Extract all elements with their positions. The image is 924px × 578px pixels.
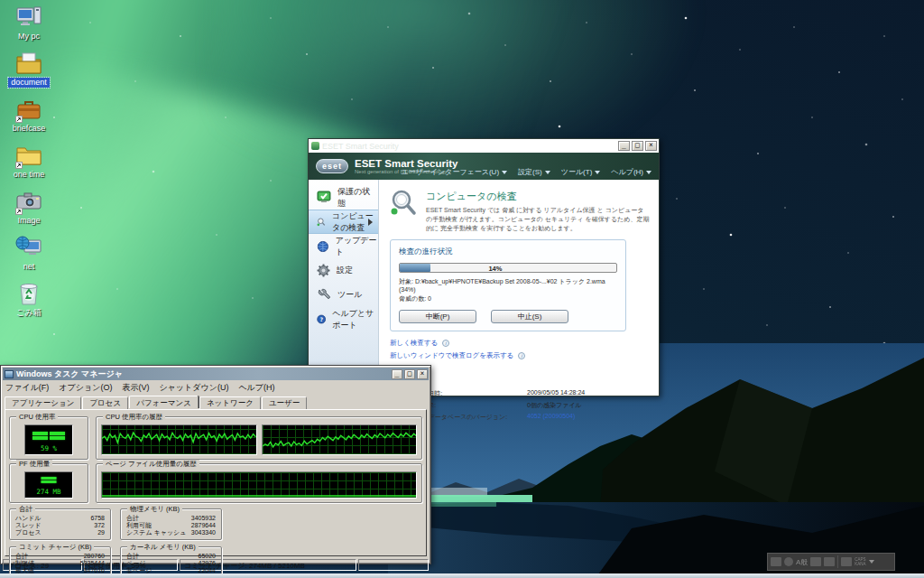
desktop-icon-recycle-bin[interactable]: ごみ箱: [2, 280, 56, 318]
cpu-history-graph-core2: [262, 424, 418, 455]
menu-shutdown[interactable]: シャットダウン(U): [159, 382, 228, 394]
show-scan-log-link[interactable]: 新しいウィンドウで検査ログを表示する: [390, 351, 513, 360]
task-manager-window: Windows タスク マネージャ _ □ × ファイル(F) オプション(O)…: [0, 365, 431, 564]
tab-applications[interactable]: アプリケーション: [5, 396, 81, 409]
desktop-icon-one-time[interactable]: one time: [2, 142, 56, 180]
eset-titlebar[interactable]: ESET Smart Security _ □ ×: [309, 139, 659, 153]
stat-row: プロセス29: [15, 529, 105, 536]
recycle-bin-icon: [14, 280, 43, 307]
tab-performance[interactable]: パフォーマンス: [129, 396, 199, 408]
ime-input-mode[interactable]: A般: [796, 557, 808, 567]
stat-row: 合計65020: [126, 553, 216, 560]
status-filler: [358, 559, 429, 571]
page-file-history-graph: [101, 471, 417, 499]
menu-help[interactable]: ヘルプ(H): [611, 167, 651, 177]
globe-icon: [317, 239, 329, 254]
close-button[interactable]: ×: [417, 369, 428, 379]
pf-usage-value: 274 MB: [25, 488, 72, 496]
sidebar-item-help-support[interactable]: ? ヘルプとサポート: [309, 307, 378, 331]
maximize-button[interactable]: □: [404, 369, 415, 379]
stop-scan-button[interactable]: 中止(S): [491, 310, 568, 323]
icon-label: Image: [14, 216, 42, 226]
desktop-icon-briefcase[interactable]: briefcase: [2, 96, 56, 134]
shortcut-arrow-icon: [15, 162, 23, 169]
menu-settings[interactable]: 設定(S): [518, 167, 550, 177]
icon-label: briefcase: [10, 124, 49, 134]
sidebar-item-tools[interactable]: ツール: [309, 283, 378, 307]
stat-row: システム キャッシュ3043340: [126, 529, 216, 536]
sidebar-item-setup[interactable]: 設定: [309, 258, 378, 283]
gear-icon: [317, 264, 330, 277]
task-manager-menubar: ファイル(F) オプション(O) 表示(V) シャットダウン(U) ヘルプ(H): [1, 380, 430, 395]
sidebar-item-protection-status[interactable]: 保護の状態: [309, 185, 378, 210]
info-icon: i: [518, 352, 525, 359]
performance-tab-page: CPU 使用率 59 % CPU 使用率の履歴: [5, 409, 427, 556]
submenu-arrow-icon: [368, 219, 373, 226]
magnifier-icon: [317, 215, 326, 229]
task-manager-title: Windows タスク マネージャ: [16, 368, 390, 380]
scan-threat-count: 脅威の数: 0: [399, 294, 617, 303]
pf-usage-gauge: 274 MB: [24, 471, 73, 499]
desktop-icon-net[interactable]: net: [2, 234, 56, 272]
minimize-ime-icon[interactable]: [869, 560, 874, 564]
desktop-icon-image[interactable]: Image: [2, 188, 56, 226]
stat-row: ページ42976: [126, 560, 216, 567]
tab-processes[interactable]: プロセス: [82, 396, 128, 409]
chevron-down-icon: [502, 171, 507, 174]
physical-memory-group: 物理メモリ (KB) 合計3405932 利用可能2879644 システム キャ…: [120, 508, 222, 540]
icon-label: net: [21, 262, 38, 272]
cpu-history-graph-core1: [101, 424, 257, 455]
task-manager-titlebar[interactable]: Windows タスク マネージャ _ □ ×: [3, 368, 429, 380]
svg-text:?: ?: [319, 316, 323, 322]
eset-app-icon: [311, 142, 319, 150]
pf-history-group: ページ ファイル使用量の履歴: [96, 463, 422, 503]
palette-icon[interactable]: [824, 557, 835, 566]
camera-icon: [14, 188, 43, 215]
close-button[interactable]: ×: [645, 141, 657, 151]
keyboard-icon[interactable]: [771, 557, 781, 566]
menu-options[interactable]: オプション(O): [59, 382, 112, 394]
scan-progress-fill: [400, 264, 430, 272]
eset-menubar: ユーザーインターフェース(U) 設定(S) ツール(T) ヘルプ(H): [401, 167, 651, 177]
stat-row: 合計3405932: [126, 515, 216, 522]
scan-progress-title: 検査の進行状況: [399, 247, 617, 257]
eset-window-title: ESET Smart Security: [322, 142, 616, 151]
taskbar-edge[interactable]: [0, 573, 924, 578]
stat-row: スレッド372: [15, 522, 105, 529]
sidebar-item-computer-scan[interactable]: コンピュータの検査: [309, 210, 378, 234]
my-computer-icon: [14, 4, 43, 31]
ime-globe-icon[interactable]: [784, 557, 793, 566]
toolbox-icon[interactable]: [841, 557, 852, 566]
icon-label: ごみ箱: [14, 308, 43, 318]
cpu-usage-value: 59 %: [25, 444, 72, 452]
desktop-icon-my-pc[interactable]: My pc: [2, 4, 56, 42]
minimize-button[interactable]: _: [392, 369, 402, 379]
menu-user-interface[interactable]: ユーザーインターフェース(U): [401, 167, 507, 177]
chevron-down-icon: [545, 171, 550, 174]
brush-icon[interactable]: [810, 557, 821, 566]
menu-tools[interactable]: ツール(T): [561, 167, 601, 177]
maximize-button[interactable]: □: [632, 141, 643, 151]
ime-language-bar[interactable]: A般 CAPS KANA: [767, 553, 895, 571]
cpu-history-group: CPU 使用率の履歴: [96, 416, 422, 460]
eset-logo: eset: [316, 159, 348, 173]
stat-row: 制限値5335444: [15, 560, 105, 567]
scan-page-title: コンピュータの検査: [426, 190, 650, 203]
new-scan-link[interactable]: 新しく検査する: [390, 339, 438, 348]
desktop-icon-document[interactable]: document: [2, 50, 56, 88]
folder-icon: [14, 142, 43, 169]
sidebar-item-update[interactable]: アップデート: [309, 234, 378, 258]
icon-label: document: [8, 78, 50, 88]
pause-scan-button[interactable]: 中断(P): [399, 310, 476, 323]
chevron-down-icon: [595, 171, 600, 174]
task-manager-tabs: アプリケーション プロセス パフォーマンス ネットワーク ユーザー: [1, 395, 430, 409]
menu-file[interactable]: ファイル(F): [5, 382, 49, 394]
cpu-usage-gauge: 59 %: [24, 424, 73, 455]
scan-progress-percent: 14%: [488, 265, 502, 273]
shortcut-arrow-icon: [15, 208, 23, 215]
tab-users[interactable]: ユーザー: [262, 396, 307, 409]
tab-networking[interactable]: ネットワーク: [199, 396, 261, 409]
menu-view[interactable]: 表示(V): [122, 382, 149, 394]
minimize-button[interactable]: _: [618, 141, 630, 151]
menu-help[interactable]: ヘルプ(H): [238, 382, 274, 394]
